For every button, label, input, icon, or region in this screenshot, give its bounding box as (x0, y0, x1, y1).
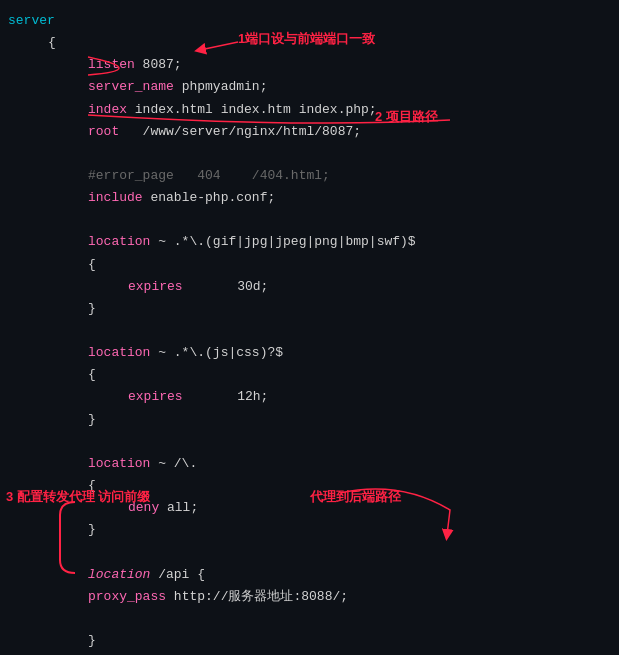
code-line: } (8, 630, 619, 652)
code-token: /api { (158, 565, 205, 585)
code-token: location (88, 343, 158, 363)
code-token: #error_page 404 /404.html; (88, 166, 330, 186)
code-line (8, 608, 619, 630)
code-token: location (88, 232, 158, 252)
code-token: expires (128, 387, 183, 407)
code-line: proxy_pass http://服务器地址:8088/; (8, 586, 619, 608)
code-token: 8087; (143, 55, 182, 75)
code-token: listen (88, 55, 143, 75)
code-line: } (8, 298, 619, 320)
code-line: root /www/server/nginx/html/8087; (8, 121, 619, 143)
code-line: include enable-php.conf; (8, 187, 619, 209)
code-token: 30d; (183, 277, 269, 297)
code-line (8, 143, 619, 165)
code-token: location (88, 454, 158, 474)
code-token: { (88, 255, 96, 275)
code-token: { (88, 365, 96, 385)
code-line: expires 12h; (8, 386, 619, 408)
annotation-3: 3 配置转发代理 访问前缀 (6, 488, 150, 506)
code-line: location ~ .*\.(gif|jpg|jpeg|png|bmp|swf… (8, 231, 619, 253)
code-token: index (88, 100, 135, 120)
code-token: enable-php.conf; (150, 188, 275, 208)
code-line (8, 431, 619, 453)
code-token: 12h; (183, 387, 269, 407)
code-token: } (88, 410, 96, 430)
code-token: location (88, 565, 158, 585)
code-line: { (8, 364, 619, 386)
code-token: root (88, 122, 127, 142)
code-token: ~ .*\.(js|css)?$ (158, 343, 283, 363)
code-token: } (88, 299, 96, 319)
code-token: } (88, 631, 96, 651)
code-line (8, 209, 619, 231)
code-line: location ~ /\. (8, 453, 619, 475)
code-token: /www/server/nginx/html/8087; (127, 122, 361, 142)
code-line: listen 8087; (8, 54, 619, 76)
code-token: ~ .*\.(gif|jpg|jpeg|png|bmp|swf)$ (158, 232, 415, 252)
code-token: index.html index.htm index.php; (135, 100, 377, 120)
code-token: ~ /\. (158, 454, 197, 474)
code-line: #error_page 404 /404.html; (8, 165, 619, 187)
code-line: server_name phpmyadmin; (8, 76, 619, 98)
code-token: proxy_pass (88, 587, 174, 607)
code-line: { (8, 254, 619, 276)
annotation-2: 2 项目路径 (375, 108, 438, 126)
code-line (8, 541, 619, 563)
code-token: include (88, 188, 150, 208)
code-line (8, 320, 619, 342)
code-line: location /api { (8, 564, 619, 586)
code-token: all; (167, 498, 198, 518)
code-line: } (8, 519, 619, 541)
code-line: expires 30d; (8, 276, 619, 298)
code-token: phpmyadmin; (182, 77, 268, 97)
annotation-4: 代理到后端路径 (310, 488, 401, 506)
code-token: server (8, 11, 55, 31)
annotation-1: 1端口设与前端端口一致 (238, 30, 375, 48)
code-line: } (8, 409, 619, 431)
code-token: server_name (88, 77, 182, 97)
code-line: server (8, 10, 619, 32)
code-line: location ~ .*\.(js|css)?$ (8, 342, 619, 364)
code-token: expires (128, 277, 183, 297)
code-token: { (48, 33, 56, 53)
code-token: } (88, 520, 96, 540)
code-token: http://服务器地址:8088/; (174, 587, 348, 607)
code-line: index index.html index.htm index.php; (8, 99, 619, 121)
code-container: server { listen 8087; server_name phpmya… (0, 0, 619, 655)
